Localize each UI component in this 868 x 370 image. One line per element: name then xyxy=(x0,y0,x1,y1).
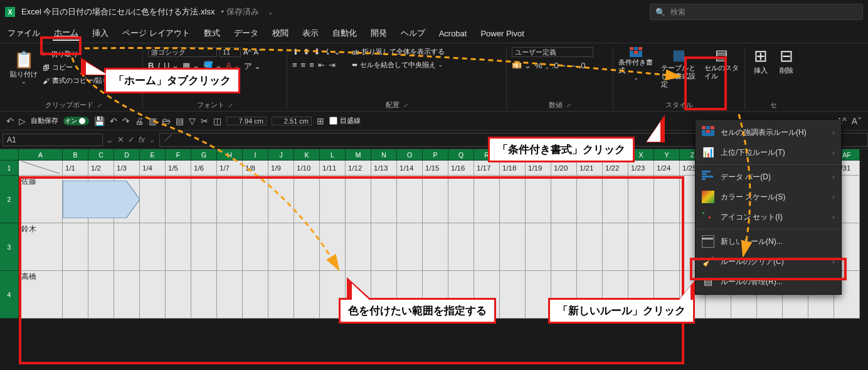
format-as-table-button[interactable]: ▦ テーブルとして書式設定 xyxy=(661,47,696,88)
cf-data-bars[interactable]: データ バー(D)› xyxy=(696,167,841,187)
row-header[interactable]: 2 xyxy=(0,176,19,223)
cell[interactable] xyxy=(166,176,191,223)
cell[interactable] xyxy=(448,176,474,223)
cell[interactable] xyxy=(628,223,654,271)
cell[interactable]: 1/22 xyxy=(603,161,628,176)
cell[interactable] xyxy=(526,271,551,319)
column-header[interactable]: A xyxy=(19,149,63,161)
cell[interactable]: 1/8 xyxy=(243,161,268,176)
qat-redo-button[interactable]: ↷ xyxy=(122,116,130,126)
cell[interactable]: 1/24 xyxy=(654,161,680,176)
cell[interactable]: 1/20 xyxy=(551,161,577,176)
undo-button[interactable]: ↶ xyxy=(6,116,14,126)
cell[interactable]: 1/21 xyxy=(577,161,603,176)
cell[interactable] xyxy=(88,223,114,271)
cell[interactable]: 1/2 xyxy=(88,161,114,176)
column-header[interactable]: M xyxy=(346,149,371,161)
tab-automate[interactable]: 自動化 xyxy=(331,26,358,40)
cf-clear-rules[interactable]: 🧹ルールのクリア(C)› xyxy=(696,251,841,272)
cell[interactable] xyxy=(268,271,294,319)
column-header[interactable]: N xyxy=(371,149,397,161)
cell[interactable] xyxy=(243,271,268,319)
cell[interactable] xyxy=(217,223,243,271)
cell[interactable] xyxy=(19,161,63,176)
column-header[interactable]: D xyxy=(114,149,140,161)
row-header[interactable]: 1 xyxy=(0,161,19,176)
cell[interactable]: 1/9 xyxy=(268,161,294,176)
row-header[interactable]: 3 xyxy=(0,223,19,271)
cell[interactable] xyxy=(217,271,243,319)
gantt-bar-shape[interactable] xyxy=(63,181,140,218)
cell[interactable]: 1/17 xyxy=(474,161,500,176)
cell-styles-button[interactable]: ▤ セルのスタイル xyxy=(704,47,739,88)
tab-insert[interactable]: 挿入 xyxy=(91,26,110,40)
cell[interactable] xyxy=(191,176,217,223)
save-state-chevron-icon[interactable]: ⌄ xyxy=(268,9,273,16)
cell[interactable] xyxy=(217,176,243,223)
qat-filter-button[interactable]: ▽ xyxy=(189,116,196,126)
cell[interactable] xyxy=(371,176,397,223)
column-header[interactable]: L xyxy=(320,149,346,161)
cell[interactable] xyxy=(346,223,371,271)
column-header[interactable]: P xyxy=(423,149,448,161)
cell[interactable]: 1/6 xyxy=(191,161,217,176)
insert-cells-button[interactable]: ⊞挿入 xyxy=(750,47,771,74)
align-center-button[interactable]: ≡ xyxy=(301,60,306,70)
tab-page-layout[interactable]: ページ レイアウト xyxy=(121,26,191,40)
column-header[interactable]: Q xyxy=(448,149,474,161)
paste-button[interactable]: 📋 貼り付け ⌄ xyxy=(10,47,38,85)
column-header[interactable]: G xyxy=(191,149,217,161)
decrease-decimal-button[interactable]: ←.0 xyxy=(571,61,586,70)
cell[interactable] xyxy=(166,271,191,319)
tab-home[interactable]: ホーム xyxy=(53,26,80,41)
cell[interactable] xyxy=(423,223,448,271)
cell[interactable]: 1/3 xyxy=(114,161,140,176)
name-box[interactable] xyxy=(3,134,103,146)
cell[interactable] xyxy=(294,223,320,271)
cf-icon-sets[interactable]: アイコン セット(I)› xyxy=(696,207,841,227)
merge-center-button[interactable]: ⬌セルを結合して中央揃え⌄ xyxy=(352,60,445,70)
qat-icon[interactable]: A˅ xyxy=(852,116,862,126)
column-header[interactable]: I xyxy=(243,149,268,161)
shape-height-input[interactable] xyxy=(272,117,312,125)
cell[interactable] xyxy=(140,223,166,271)
column-header[interactable]: F xyxy=(166,149,191,161)
dialog-launcher-icon[interactable]: ⤢ xyxy=(97,102,102,108)
cell[interactable] xyxy=(654,176,680,223)
column-header[interactable]: O xyxy=(397,149,423,161)
orientation-button[interactable]: ⤹ ⌄ xyxy=(324,47,341,56)
tab-powerpivot[interactable]: Power Pivot xyxy=(479,28,525,40)
cell[interactable] xyxy=(577,176,603,223)
cell[interactable] xyxy=(500,271,526,319)
cell[interactable] xyxy=(320,176,346,223)
column-header[interactable]: K xyxy=(294,149,320,161)
cell[interactable]: 1/10 xyxy=(294,161,320,176)
qat-crop-button[interactable]: ◫ xyxy=(213,116,221,126)
cell[interactable] xyxy=(320,223,346,271)
increase-indent-button[interactable]: ⇥ xyxy=(329,60,336,70)
cell[interactable] xyxy=(63,271,88,319)
percent-button[interactable]: % xyxy=(535,61,542,70)
dialog-launcher-icon[interactable]: ⤢ xyxy=(403,102,408,108)
cell[interactable] xyxy=(551,176,577,223)
cell[interactable]: 1/15 xyxy=(423,161,448,176)
cell[interactable]: 1/5 xyxy=(166,161,191,176)
qat-icon[interactable]: 🗁 xyxy=(162,116,171,126)
qat-icon[interactable]: ✂ xyxy=(201,116,208,126)
gridlines-checkbox[interactable]: 目盛線 xyxy=(329,116,361,125)
conditional-formatting-button[interactable]: 条件付き書式 ⌄ xyxy=(618,47,654,88)
cell[interactable] xyxy=(397,176,423,223)
cell[interactable] xyxy=(114,223,140,271)
font-size-combo[interactable] xyxy=(220,47,241,57)
delete-cells-button[interactable]: ⊟削除 xyxy=(776,47,797,74)
column-header[interactable]: E xyxy=(140,149,166,161)
save-button[interactable]: 💾 xyxy=(94,116,105,126)
cell[interactable] xyxy=(268,223,294,271)
cell[interactable] xyxy=(423,176,448,223)
cell[interactable] xyxy=(577,223,603,271)
align-right-button[interactable]: ≡ xyxy=(309,60,314,70)
align-middle-button[interactable]: ⬍ xyxy=(303,47,310,56)
cf-highlight-rules[interactable]: セルの強調表示ルール(H)› xyxy=(696,122,841,142)
cell[interactable]: 1/7 xyxy=(217,161,243,176)
tab-review[interactable]: 校閲 xyxy=(271,26,290,40)
